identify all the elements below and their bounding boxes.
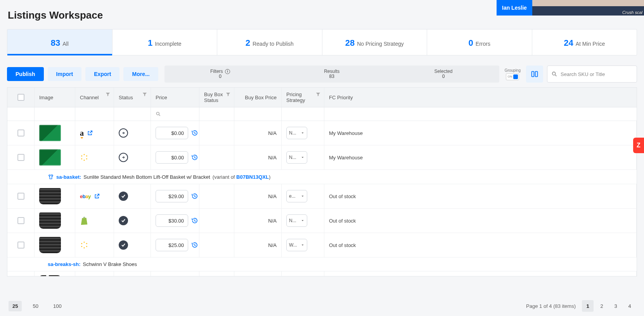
product-thumb[interactable] <box>39 275 61 276</box>
buybox-price-value: N/A <box>268 193 277 199</box>
col-buybox-price[interactable]: Buy Box Price <box>234 88 282 107</box>
buybox-price-value: N/A <box>268 242 277 248</box>
pricing-strategy-select[interactable]: e... <box>286 190 307 202</box>
filter-icon[interactable] <box>225 92 231 97</box>
video-badge: Crush scal <box>622 10 642 15</box>
svg-point-14 <box>81 243 82 244</box>
col-pricing-strategy[interactable]: Pricing Strategy <box>282 88 324 107</box>
listing-row: N/AN...My Warehouse <box>7 145 637 170</box>
price-history-icon[interactable] <box>191 217 198 224</box>
price-history-icon[interactable] <box>191 154 198 161</box>
pricing-strategy-select[interactable]: N... <box>286 151 307 164</box>
row-checkbox[interactable] <box>17 242 24 249</box>
price-input[interactable] <box>156 239 188 251</box>
svg-point-2 <box>552 72 556 75</box>
page-size-100[interactable]: 100 <box>49 301 66 311</box>
price-input[interactable] <box>156 151 188 164</box>
svg-point-16 <box>81 246 82 247</box>
chevron-down-icon <box>301 219 305 223</box>
walmart-icon <box>80 153 88 162</box>
filter-icon[interactable] <box>142 92 147 97</box>
select-all-checkbox[interactable] <box>17 94 24 101</box>
tab-at-min-price[interactable]: 24At Min Price <box>532 29 637 55</box>
summary-results: Results 83 <box>276 66 388 83</box>
status-complete-icon <box>119 240 128 250</box>
product-thumb[interactable] <box>39 125 61 141</box>
listing-row: N/AW...Out of stock <box>7 233 637 257</box>
import-button[interactable]: Import <box>48 67 82 81</box>
filter-row <box>7 107 637 121</box>
row-checkbox[interactable] <box>17 130 24 136</box>
col-image[interactable]: Image <box>35 88 75 107</box>
product-group-header[interactable]: sa-breaks-sh:Schwinn V Brake Shoes <box>7 257 637 271</box>
page-numbers: 1234 <box>582 300 635 312</box>
price-search-icon[interactable] <box>156 111 161 117</box>
fc-priority-value: Out of stock <box>329 218 356 224</box>
tab-incomplete[interactable]: 1Incomplete <box>113 29 218 55</box>
col-price[interactable]: Price <box>151 88 199 107</box>
presenter-video-thumb: Crush scal <box>532 0 644 16</box>
page-1[interactable]: 1 <box>582 300 594 312</box>
fc-priority-value: Out of stock <box>329 242 356 248</box>
page-size-25[interactable]: 25 <box>9 301 22 311</box>
col-status[interactable]: Status <box>114 88 151 107</box>
side-help-tab[interactable]: Z <box>633 138 644 153</box>
external-link-icon[interactable] <box>94 193 100 199</box>
listing-row: N/AN...Out of stock <box>7 209 637 233</box>
table-body: aN/AN...My WarehouseN/AN...My Warehouses… <box>7 121 637 276</box>
col-channel[interactable]: Channel <box>75 88 114 107</box>
svg-point-7 <box>84 160 85 161</box>
svg-point-12 <box>84 242 85 243</box>
summary-filters[interactable]: Filters i 0 <box>164 66 276 83</box>
row-checkbox[interactable] <box>17 217 24 224</box>
row-checkbox[interactable] <box>17 154 24 161</box>
search-box[interactable] <box>547 66 637 83</box>
filter-icon[interactable] <box>105 92 111 97</box>
col-buybox-status[interactable]: Buy Box Status <box>199 88 234 107</box>
pricing-strategy-select[interactable]: W... <box>286 239 307 251</box>
tab-all[interactable]: 83All <box>7 29 113 55</box>
price-input[interactable] <box>156 127 188 139</box>
page-3[interactable]: 3 <box>610 300 621 312</box>
price-history-icon[interactable] <box>191 193 198 200</box>
price-history-icon[interactable] <box>191 242 198 249</box>
product-group-header[interactable]: sa-basket:Sunlite Standard Mesh Bottom L… <box>7 170 637 184</box>
export-button[interactable]: Export <box>85 67 119 81</box>
chevron-down-icon <box>301 131 305 135</box>
external-link-icon[interactable] <box>87 130 93 136</box>
filter-icon[interactable] <box>315 92 321 97</box>
price-input[interactable] <box>156 214 188 227</box>
status-pending-icon <box>119 128 128 138</box>
product-thumb[interactable] <box>39 237 61 253</box>
product-thumb[interactable] <box>39 149 61 166</box>
status-complete-icon <box>119 216 128 225</box>
search-input[interactable] <box>561 71 633 77</box>
tab-errors[interactable]: 0Errors <box>427 29 532 55</box>
page-size-50[interactable]: 50 <box>29 301 42 311</box>
row-checkbox[interactable] <box>17 193 24 200</box>
more-button[interactable]: More... <box>123 67 158 81</box>
pricing-strategy-select[interactable]: N... <box>286 214 307 227</box>
info-icon: i <box>225 69 230 74</box>
listing-row: a$8.00N...$Deliverr <box>7 271 637 276</box>
listing-row: ebayN/Ae...Out of stock <box>7 184 637 209</box>
col-fc-priority[interactable]: FC Priority <box>324 88 637 107</box>
toolbar: Publish Import Export More... Filters i … <box>7 66 637 83</box>
tab-ready-to-publish[interactable]: 2Ready to Publish <box>217 29 322 55</box>
price-input[interactable] <box>156 190 188 202</box>
chevron-down-icon <box>301 155 305 159</box>
grouping-toggle[interactable]: Grouping ON <box>503 68 522 80</box>
svg-line-3 <box>555 75 556 76</box>
columns-icon-button[interactable] <box>526 66 543 83</box>
page-4[interactable]: 4 <box>624 300 635 312</box>
page-2[interactable]: 2 <box>596 300 608 312</box>
product-thumb[interactable] <box>39 188 61 204</box>
publish-button[interactable]: Publish <box>7 67 44 81</box>
summary-selected: Selected 0 <box>388 66 499 83</box>
pricing-strategy-select[interactable]: N... <box>286 127 307 139</box>
price-history-icon[interactable] <box>191 130 198 136</box>
product-thumb[interactable] <box>39 212 61 229</box>
chevron-down-icon <box>301 243 305 247</box>
tab-no-pricing-strategy[interactable]: 28No Pricing Strategy <box>322 29 428 55</box>
summary-bar: Filters i 0 Results 83 Selected 0 <box>164 66 499 83</box>
